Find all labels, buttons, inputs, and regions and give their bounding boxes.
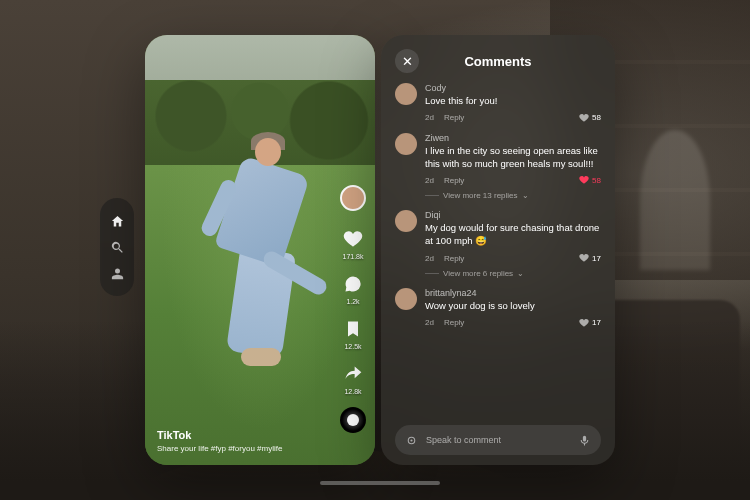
comments-list[interactable]: CodyLove this for you!2dReply58ZiwenI li… (395, 83, 601, 417)
reply-button[interactable]: Reply (444, 254, 464, 263)
comment-like-button[interactable]: 17 (579, 318, 601, 328)
home-indicator[interactable] (320, 481, 440, 485)
comment-like-button[interactable]: 17 (579, 253, 601, 263)
comment-text: My dog would for sure chasing that drone… (425, 222, 601, 248)
save-count: 12.5k (344, 343, 361, 350)
reply-button[interactable]: Reply (444, 113, 464, 122)
bookmark-icon (341, 317, 365, 341)
commenter-name[interactable]: Ziwen (425, 133, 601, 143)
commenter-avatar[interactable] (395, 133, 417, 155)
creator-avatar[interactable] (340, 185, 366, 211)
comment-button[interactable]: 1.2k (341, 272, 365, 305)
comment-item: ZiwenI live in the city so seeing open a… (395, 133, 601, 186)
video-caption[interactable]: Share your life #fyp #foryou #mylife (157, 444, 363, 453)
voice-input-icon (405, 434, 418, 447)
comment-text: Wow your dog is so lovely (425, 300, 601, 313)
side-nav (100, 198, 134, 296)
svg-point-1 (410, 439, 412, 441)
commenter-name[interactable]: brittanlyna24 (425, 288, 601, 298)
commenter-name[interactable]: Diqi (425, 210, 601, 220)
comments-title: Comments (395, 54, 601, 69)
comment-like-button[interactable]: 58 (579, 175, 601, 185)
nav-home[interactable] (109, 213, 125, 229)
mic-button[interactable] (578, 434, 591, 447)
chevron-down-icon: ⌄ (522, 191, 529, 200)
comment-like-count: 17 (592, 254, 601, 263)
comment-like-button[interactable]: 58 (579, 113, 601, 123)
comment-icon (341, 272, 365, 296)
like-count: 171.8k (342, 253, 363, 260)
comment-time: 2d (425, 113, 434, 122)
share-button[interactable]: 12.8k (341, 362, 365, 395)
video-caption-area: TikTok Share your life #fyp #foryou #myl… (157, 429, 363, 453)
commenter-avatar[interactable] (395, 83, 417, 105)
comment-item: brittanlyna24Wow your dog is so lovely2d… (395, 288, 601, 328)
chevron-down-icon: ⌄ (517, 269, 524, 278)
view-more-replies[interactable]: View more 13 replies ⌄ (425, 191, 601, 200)
nav-search[interactable] (109, 239, 125, 255)
video-username[interactable]: TikTok (157, 429, 363, 441)
video-person (193, 130, 323, 360)
reply-button[interactable]: Reply (444, 318, 464, 327)
comment-like-count: 58 (592, 176, 601, 185)
share-icon (341, 362, 365, 386)
comment-time: 2d (425, 254, 434, 263)
comment-time: 2d (425, 318, 434, 327)
save-button[interactable]: 12.5k (341, 317, 365, 350)
comments-header: ✕ Comments (395, 49, 601, 73)
mic-icon (578, 434, 591, 447)
comment-input[interactable]: Speak to comment (395, 425, 601, 455)
commenter-avatar[interactable] (395, 288, 417, 310)
close-button[interactable]: ✕ (395, 49, 419, 73)
comment-text: Love this for you! (425, 95, 601, 108)
heart-icon (341, 227, 365, 251)
comment-text: I live in the city so seeing open areas … (425, 145, 601, 171)
comment-like-count: 17 (592, 318, 601, 327)
video-feed-panel[interactable]: 171.8k 1.2k 12.5k 12.8k TikTok Share you… (145, 35, 375, 465)
comment-item: DiqiMy dog would for sure chasing that d… (395, 210, 601, 263)
video-action-rail: 171.8k 1.2k 12.5k 12.8k (339, 185, 367, 433)
commenter-name[interactable]: Cody (425, 83, 601, 93)
commenter-avatar[interactable] (395, 210, 417, 232)
reply-button[interactable]: Reply (444, 176, 464, 185)
view-more-replies[interactable]: View more 6 replies ⌄ (425, 269, 601, 278)
nav-profile[interactable] (109, 265, 125, 281)
input-placeholder: Speak to comment (426, 435, 570, 445)
comment-item: CodyLove this for you!2dReply58 (395, 83, 601, 123)
comment-like-count: 58 (592, 113, 601, 122)
app-window: 171.8k 1.2k 12.5k 12.8k TikTok Share you… (145, 35, 615, 465)
close-icon: ✕ (402, 54, 413, 69)
like-button[interactable]: 171.8k (341, 227, 365, 260)
comment-count: 1.2k (346, 298, 359, 305)
comment-time: 2d (425, 176, 434, 185)
comments-panel: ✕ Comments CodyLove this for you!2dReply… (381, 35, 615, 465)
share-count: 12.8k (344, 388, 361, 395)
